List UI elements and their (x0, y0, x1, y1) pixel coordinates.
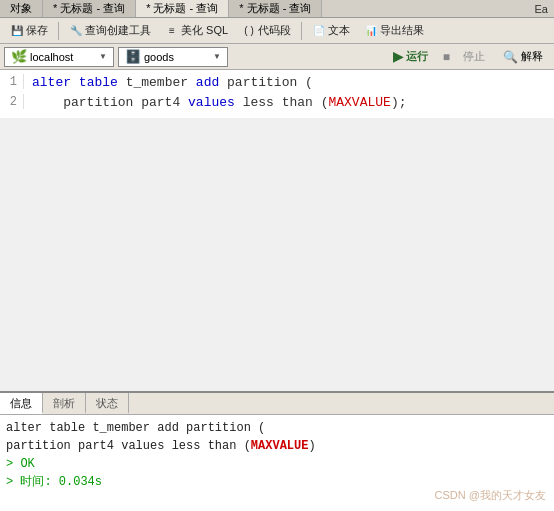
host-dropdown-icon: ▼ (99, 52, 107, 61)
stop-button[interactable]: 停止 (456, 46, 492, 67)
stop-label: 停止 (463, 49, 485, 64)
editor-line-2: 2 partition part4 values less than (MAXV… (0, 94, 554, 114)
save-button[interactable]: 💾 保存 (4, 20, 54, 41)
kw-add: add (196, 75, 219, 90)
code-icon: ( ) (242, 24, 256, 38)
result-maxvalue: MAXVALUE (251, 439, 309, 453)
explain-label: 解释 (521, 49, 543, 64)
tab-query-1[interactable]: * 无标题 - 查询 (43, 0, 136, 17)
query-tool-button[interactable]: 🔧 查询创建工具 (63, 20, 157, 41)
tab-status[interactable]: 状态 (86, 393, 129, 414)
line-num-2: 2 (0, 94, 24, 109)
beautify-icon: ≡ (165, 24, 179, 38)
tab-query-3[interactable]: * 无标题 - 查询 (229, 0, 322, 17)
export-label: 导出结果 (380, 23, 424, 38)
code-button[interactable]: ( ) 代码段 (236, 20, 297, 41)
text-button[interactable]: 📄 文本 (306, 20, 356, 41)
explain-icon: 🔍 (503, 50, 518, 64)
bottom-tabs: 信息 剖析 状态 (0, 393, 554, 415)
kw-maxvalue: MAXVALUE (328, 95, 390, 110)
tab-query-2-label: * 无标题 - 查询 (146, 1, 218, 16)
result-line-1: alter table t_member add partition ( (6, 419, 548, 437)
tab-object-label: 对象 (10, 1, 32, 16)
query-tool-icon: 🔧 (69, 24, 83, 38)
host-value: localhost (30, 51, 73, 63)
watermark-text: CSDN @我的天才女友 (435, 489, 546, 501)
tab-info-label: 信息 (10, 397, 32, 409)
title-right-text: Ea (529, 1, 554, 17)
result-text-2b: ) (308, 439, 315, 453)
result-ok: > OK (6, 457, 35, 471)
kw-values: values (188, 95, 235, 110)
result-text-1: alter table t_member add partition ( (6, 421, 265, 435)
run-label: 运行 (406, 49, 428, 64)
export-icon: 📊 (364, 24, 378, 38)
toolbar-sep-1 (58, 22, 59, 40)
toolbar: 💾 保存 🔧 查询创建工具 ≡ 美化 SQL ( ) 代码段 📄 文本 📊 导出… (0, 18, 554, 44)
tab-query-1-label: * 无标题 - 查询 (53, 1, 125, 16)
kw-alter: alter (32, 75, 71, 90)
editor-wrapper: 1 alter table t_member add partition ( 2… (0, 70, 554, 391)
separator-dot: ■ (441, 50, 452, 64)
db-dropdown-icon: ▼ (213, 52, 221, 61)
run-button[interactable]: ▶ 运行 (384, 46, 437, 67)
watermark: CSDN @我的天才女友 (435, 488, 546, 503)
editor-line-1: 1 alter table t_member add partition ( (0, 74, 554, 94)
line-content-1: alter table t_member add partition ( (28, 74, 554, 91)
main-content: 1 alter table t_member add partition ( 2… (0, 70, 554, 511)
tab-profile[interactable]: 剖析 (43, 393, 86, 414)
host-select[interactable]: 🌿 localhost ▼ (4, 47, 114, 67)
editor-area[interactable]: 1 alter table t_member add partition ( 2… (0, 70, 554, 118)
line-num-1: 1 (0, 74, 24, 89)
tab-object[interactable]: 对象 (0, 0, 43, 17)
tab-profile-label: 剖析 (53, 397, 75, 409)
run-icon: ▶ (393, 49, 403, 64)
explain-button[interactable]: 🔍 解释 (496, 46, 550, 67)
result-text-2: partition part4 values less than ( (6, 439, 251, 453)
tab-query-2[interactable]: * 无标题 - 查询 (136, 0, 229, 17)
save-icon: 💾 (10, 24, 24, 38)
result-time: > 时间: 0.034s (6, 475, 102, 489)
line-content-2: partition part4 values less than (MAXVAL… (28, 94, 554, 111)
toolbar-sep-2 (301, 22, 302, 40)
title-bar: 对象 * 无标题 - 查询 * 无标题 - 查询 * 无标题 - 查询 Ea (0, 0, 554, 18)
result-line-3: > OK (6, 455, 548, 473)
query-tool-label: 查询创建工具 (85, 23, 151, 38)
address-bar: 🌿 localhost ▼ 🗄️ goods ▼ ▶ 运行 ■ 停止 🔍 解释 (0, 44, 554, 70)
text-label: 文本 (328, 23, 350, 38)
kw-table: table (79, 75, 118, 90)
text-icon: 📄 (312, 24, 326, 38)
db-icon: 🗄️ (125, 49, 141, 64)
save-label: 保存 (26, 23, 48, 38)
leaf-icon: 🌿 (11, 49, 27, 64)
database-select[interactable]: 🗄️ goods ▼ (118, 47, 228, 67)
result-line-2: partition part4 values less than (MAXVAL… (6, 437, 548, 455)
database-value: goods (144, 51, 174, 63)
beautify-button[interactable]: ≡ 美化 SQL (159, 20, 234, 41)
tab-status-label: 状态 (96, 397, 118, 409)
code-label: 代码段 (258, 23, 291, 38)
tab-query-3-label: * 无标题 - 查询 (239, 1, 311, 16)
tab-info[interactable]: 信息 (0, 393, 43, 414)
beautify-label: 美化 SQL (181, 23, 228, 38)
export-button[interactable]: 📊 导出结果 (358, 20, 430, 41)
